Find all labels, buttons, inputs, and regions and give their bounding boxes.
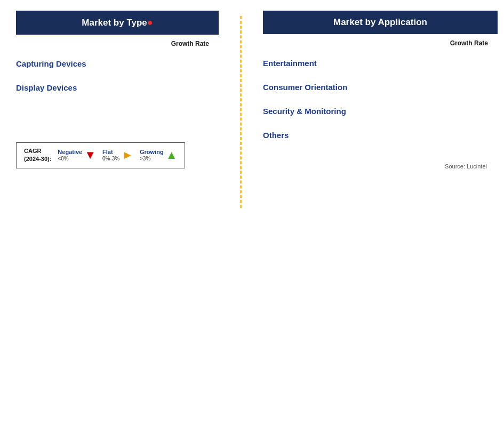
legend-negative-arrow: ▼: [84, 149, 96, 161]
right-panel: Market by Application Growth Rate Entert…: [242, 11, 498, 169]
left-growth-rate-row: Growth Rate: [16, 40, 219, 47]
legend-flat: Flat 0%-3% ►: [102, 149, 133, 162]
legend-box: CAGR (2024-30): Negative <0% ▼ Flat 0%-3…: [16, 142, 185, 168]
red-dot-indicator: ●: [147, 17, 153, 28]
legend-flat-arrow: ►: [122, 149, 133, 161]
right-item-row-3: Others: [263, 123, 498, 147]
legend-growing: Growing >3% ▲: [140, 149, 177, 162]
legend-negative: Negative <0% ▼: [58, 149, 96, 162]
left-panel-title: Market by Type: [82, 18, 147, 28]
right-item-label-2: Security & Monitoring: [263, 107, 346, 116]
legend-growing-range: >3%: [140, 156, 164, 162]
left-item-row-1: Display Devices: [16, 76, 219, 100]
legend-flat-label: Flat: [102, 149, 119, 156]
legend-cagr-title: CAGR (2024-30):: [24, 147, 51, 164]
left-panel-header: Market by Type●: [16, 11, 219, 35]
right-growth-rate-row: Growth Rate: [263, 39, 498, 47]
left-panel: Market by Type● Growth Rate Capturing De…: [16, 11, 240, 168]
legend-negative-range: <0%: [58, 156, 82, 162]
legend-negative-label: Negative: [58, 149, 82, 156]
right-growth-rate-label: Growth Rate: [450, 39, 488, 47]
legend-cagr-label: CAGR: [24, 147, 51, 155]
right-item-row-0: Entertainment: [263, 51, 498, 75]
left-item-label-0: Capturing Devices: [16, 59, 86, 68]
legend-growing-label: Growing: [140, 149, 164, 156]
right-item-row-1: Consumer Orientation: [263, 75, 498, 99]
right-item-label-1: Consumer Orientation: [263, 83, 347, 92]
right-item-label-3: Others: [263, 131, 289, 140]
legend-cagr-years: (2024-30):: [24, 155, 51, 163]
source-text: Source: Lucintel: [263, 163, 498, 169]
left-item-label-1: Display Devices: [16, 83, 77, 92]
right-panel-title: Market by Application: [333, 17, 427, 27]
left-growth-rate-label: Growth Rate: [171, 40, 209, 47]
legend-growing-arrow: ▲: [166, 149, 178, 161]
right-item-label-0: Entertainment: [263, 59, 317, 68]
left-item-row-0: Capturing Devices: [16, 52, 219, 76]
legend-flat-range: 0%-3%: [102, 156, 119, 162]
right-item-row-2: Security & Monitoring: [263, 99, 498, 123]
right-panel-header: Market by Application: [263, 11, 498, 34]
